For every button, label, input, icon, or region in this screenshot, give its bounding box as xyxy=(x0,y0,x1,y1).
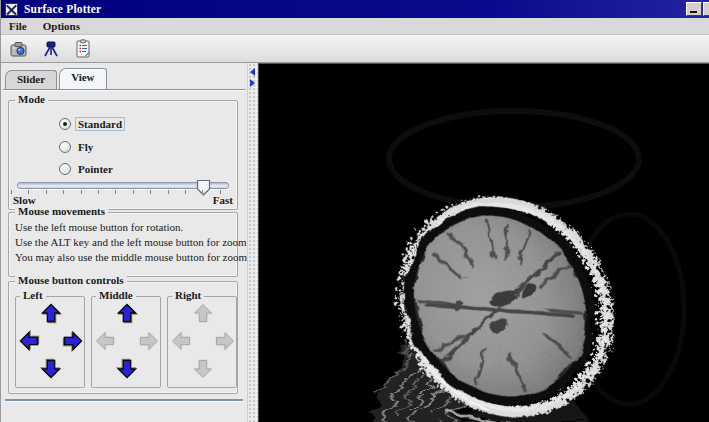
minimize-button[interactable] xyxy=(686,2,702,16)
radio-fly[interactable] xyxy=(59,141,71,153)
window-button-partial[interactable] xyxy=(703,2,709,16)
render-viewport[interactable] xyxy=(258,63,709,422)
notes-clipboard-button[interactable] xyxy=(71,37,95,61)
brain-mri-render xyxy=(259,64,709,422)
snapshot-camera-icon xyxy=(9,40,29,58)
camera-tripod-button[interactable] xyxy=(39,37,63,61)
window-title: Surface Plotter xyxy=(24,3,101,15)
radio-row-standard[interactable]: Standard xyxy=(59,116,124,132)
left-pad-arrow-right-button[interactable] xyxy=(63,331,83,351)
app-window-icon xyxy=(5,3,18,16)
slider-max-label: Fast xyxy=(213,194,233,206)
middle-pad-arrow-down-button[interactable] xyxy=(117,359,137,379)
notes-clipboard-icon xyxy=(74,39,92,59)
tab-slider[interactable]: Slider xyxy=(5,70,57,89)
radio-standard-label[interactable]: Standard xyxy=(76,118,124,130)
divider-expand-right-icon[interactable] xyxy=(250,79,255,87)
title-bar[interactable]: Surface Plotter xyxy=(1,0,709,18)
mode-group-title: Mode xyxy=(15,93,48,105)
splitpane-divider[interactable] xyxy=(247,63,258,422)
left-pad-arrow-left-button[interactable] xyxy=(19,331,39,351)
left-pad-title: Left xyxy=(20,289,46,301)
mouse-button-controls-group: Mouse button controls Left Middle Right xyxy=(8,281,238,394)
left-pad-arrow-up-button[interactable] xyxy=(41,303,61,323)
menu-options[interactable]: Options xyxy=(35,19,88,33)
radio-row-fly[interactable]: Fly xyxy=(59,139,95,155)
movement-hint-3: You may also use the middle mouse button… xyxy=(15,251,264,263)
right-pad-title: Right xyxy=(172,289,204,301)
middle-pad-arrow-left-button[interactable] xyxy=(95,331,115,351)
middle-pad-title: Middle xyxy=(96,289,136,301)
tab-view[interactable]: View xyxy=(59,68,106,89)
left-button-pad: Left xyxy=(15,296,85,388)
radio-row-pointer[interactable]: Pointer xyxy=(59,161,115,177)
movement-hint-2: Use the ALT key and the left mouse butto… xyxy=(15,236,263,248)
middle-button-pad: Middle xyxy=(91,296,161,388)
camera-tripod-icon xyxy=(41,39,61,58)
snapshot-camera-button[interactable] xyxy=(7,37,31,61)
menu-file[interactable]: File xyxy=(1,19,35,33)
radio-fly-label[interactable]: Fly xyxy=(76,141,95,153)
right-pad-arrow-up-button[interactable] xyxy=(193,303,213,323)
right-pad-arrow-right-button[interactable] xyxy=(215,331,235,351)
mouse-movements-group: Mouse movements Use the left mouse butto… xyxy=(8,212,238,277)
tab-bar: Slider View xyxy=(5,68,109,89)
divider-collapse-left-icon[interactable] xyxy=(250,68,255,76)
mode-group: Mode Standard Fly Pointer xyxy=(8,100,238,210)
panel-separator xyxy=(5,399,243,401)
right-pad-arrow-left-button[interactable] xyxy=(171,331,191,351)
radio-standard[interactable] xyxy=(59,118,71,130)
movement-hint-1: Use the left mouse button for rotation. xyxy=(15,221,183,233)
radio-pointer-label[interactable]: Pointer xyxy=(76,163,115,175)
middle-pad-arrow-up-button[interactable] xyxy=(117,303,137,323)
mouse-movements-title: Mouse movements xyxy=(15,205,108,217)
mouse-button-controls-title: Mouse button controls xyxy=(15,274,127,286)
left-pad-arrow-down-button[interactable] xyxy=(41,359,61,379)
radio-pointer[interactable] xyxy=(59,163,71,175)
middle-pad-arrow-right-button[interactable] xyxy=(139,331,159,351)
right-button-pad: Right xyxy=(167,296,237,388)
surface-plotter-window: Surface Plotter File Options xyxy=(0,0,709,422)
menu-bar: File Options xyxy=(1,18,709,35)
control-panel: Slider View Mode Standard Fly Pointer xyxy=(1,63,247,422)
minimize-icon xyxy=(690,11,697,13)
right-pad-arrow-down-button[interactable] xyxy=(193,359,213,379)
toolbar xyxy=(1,35,709,63)
